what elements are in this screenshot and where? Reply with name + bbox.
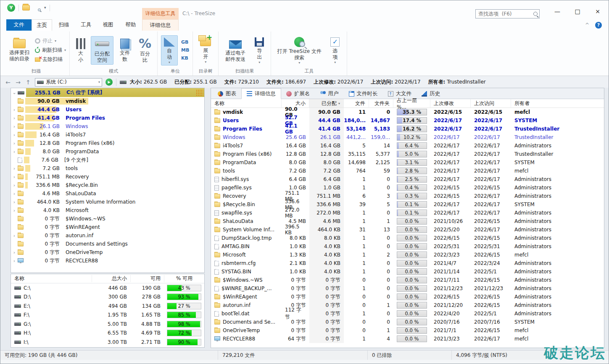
send-email-button[interactable]: 通过电子邮件发送	[222, 37, 249, 64]
expander-icon[interactable]	[11, 149, 18, 155]
details-row[interactable]: ProgramData8.0 GB8.0 GB14,6982,1253.1 %2…	[211, 158, 604, 167]
expander-icon[interactable]	[11, 233, 18, 238]
details-row[interactable]: Users52.7 GB44.4 GB184,0...14,86717.4 %2…	[211, 116, 604, 125]
tree-item[interactable]: 0 字节Documents and Settings	[11, 240, 204, 248]
mode-percent-button[interactable]: % 百分比	[136, 36, 154, 65]
tree-item[interactable]: 44.4 GBUsers	[11, 105, 204, 114]
stop-scan-button[interactable]: 停止▾	[35, 37, 66, 45]
tree-item[interactable]: 0 字节autorun.inf	[11, 231, 204, 240]
details-row[interactable]: Microsoft1.3 KB4.0 KB120.0 %2022/3/23202…	[211, 251, 604, 259]
column-header-free[interactable]: 可用	[130, 275, 164, 282]
expander-icon[interactable]	[11, 166, 18, 171]
tab-help[interactable]: 帮助	[119, 19, 142, 31]
help-button[interactable]: ?	[595, 22, 602, 29]
expander-icon[interactable]	[11, 191, 18, 196]
details-row[interactable]: SYSTAG.BIN1.0 KB4.0 KB100.0 %2021/1/1420…	[211, 267, 604, 276]
details-row[interactable]: vmdisk90.0 GB90.0 GB11035.3 %2022/6/1520…	[211, 108, 604, 116]
collapse-ribbon-icon[interactable]: ^	[585, 22, 589, 28]
details-row[interactable]: Program Files (x86)12.8 GB12.8 GB35,1155…	[211, 150, 604, 158]
tab-details-info[interactable]: 详细信息	[142, 19, 179, 31]
column-header-5[interactable]: 占上一层 %...	[393, 99, 430, 107]
tree-item[interactable]: 336.6 MB$Recycle.Bin	[11, 181, 204, 189]
details-row[interactable]: swapfile.sys272.0 MB272.0 MB100.1 %2022/…	[211, 209, 604, 217]
tab-users[interactable]: 用户	[315, 89, 344, 99]
column-header-total[interactable]: 总大小	[92, 275, 130, 282]
forward-icon[interactable]: →	[15, 79, 21, 86]
details-row[interactable]: i4Tools716.4 GB16.4 GB5146.4 %2022/6/172…	[211, 141, 604, 150]
tree-root-item[interactable]: 255.1 GB C:\ 位于 [系统]	[11, 88, 204, 97]
expander-icon[interactable]	[11, 208, 18, 213]
remove-scan-button[interactable]: 去除扫描	[35, 56, 66, 63]
chevron-down-icon[interactable]: ▾	[98, 80, 100, 84]
tree-item[interactable]: 7.2 GBtools	[11, 164, 204, 173]
tree-item[interactable]: 16.4 GBi4Tools7	[11, 131, 204, 139]
expander-icon[interactable]	[11, 124, 18, 129]
column-header-6[interactable]: 上次修改	[430, 99, 471, 107]
back-icon[interactable]: ←	[5, 79, 11, 86]
column-header-name[interactable]: 名称	[11, 275, 92, 282]
drive-row[interactable]: E:\494 GB134 GB27 %	[11, 301, 204, 311]
tree-item[interactable]: 0 字节RECYCLER88	[11, 257, 204, 265]
tab-extensions[interactable]: 扩展名	[281, 89, 315, 99]
details-row[interactable]: $Recycle.Bin336.6 MB336.6 MB3950.1 %2022…	[211, 200, 604, 209]
up-icon[interactable]: ↑	[25, 79, 32, 86]
details-row[interactable]: $WINRE_BACKUP_...0 字节0 字节100.0 %2021/12/…	[211, 284, 604, 293]
details-row[interactable]: OneDriveTemp0 字节0 字节010.0 %2021/7/12022/…	[211, 326, 604, 335]
drive-row[interactable]: F:\1.95 TB1.65 TB85 %	[11, 311, 204, 320]
details-row[interactable]: RECYCLER8864 字节0 字节140.0 %2021/3/232022/…	[211, 335, 604, 343]
column-header-8[interactable]: 所有者	[511, 99, 567, 107]
details-row[interactable]: System Volume Inf...396.5 KB464.0 KB3113…	[211, 225, 604, 234]
details-row[interactable]: Documents and Se...0 字节0 字节000.0 %2020/7…	[211, 318, 604, 326]
expand-button[interactable]: 展开▾	[196, 36, 215, 65]
tab-tools[interactable]: 工具	[76, 19, 97, 31]
column-header-7[interactable]: 上次访问	[471, 99, 511, 107]
tree-item[interactable]: 12.8 GBProgram Files (x86)	[11, 139, 204, 147]
unit-kb-button[interactable]: KB	[181, 55, 189, 61]
details-row[interactable]: $Windows.~WS0 字节0 字节000.0 %2021/7/112022…	[211, 276, 604, 284]
minimize-button[interactable]: —	[553, 8, 562, 15]
select-directory-button[interactable]: 选择要扫描的目录	[6, 37, 32, 63]
tree-item[interactable]: 0 字节OneDriveTemp	[11, 248, 204, 257]
details-row[interactable]: $WinREAgent0 字节0 字节000.0 %2022/6/152022/…	[211, 293, 604, 301]
search-box[interactable]	[475, 9, 540, 18]
details-row[interactable]: Windows25.6 GB26.1 GB441,2...159,0...10.…	[211, 133, 604, 141]
tab-view[interactable]: 视图	[97, 19, 119, 31]
expander-icon[interactable]	[11, 183, 18, 188]
unit-auto-button[interactable]: 自动▾	[161, 35, 178, 65]
unit-mb-button[interactable]: MB	[181, 47, 189, 53]
details-row[interactable]: pagefile.sys1.0 GB1.0 GB100.4 %2022/6/15…	[211, 183, 604, 192]
expander-icon[interactable]	[11, 250, 18, 255]
details-row[interactable]: tools7.2 GB7.2 GB764592.8 %2022/6/172022…	[211, 167, 604, 175]
tree-item[interactable]: 4.0 KBMicrosoft	[11, 206, 204, 215]
options-button[interactable]: ✓ 选项▾	[327, 35, 343, 65]
column-header-3[interactable]: 文件	[344, 99, 369, 107]
file-search-button[interactable]: 打开 TreeSize 文件搜索▾	[274, 35, 324, 66]
tree-item[interactable]: 41.4 GBProgram Files	[11, 114, 204, 122]
tree-item[interactable]: 4.6 MBShaLouData	[11, 189, 204, 198]
export-button[interactable]: 导出▾	[251, 35, 267, 65]
tree-item[interactable]: 26.1 GBWindows	[11, 122, 204, 131]
mode-size-button[interactable]: 大小	[73, 36, 88, 64]
details-row[interactable]: DumpStack.log.tmp8.0 KB8.0 KB100.0 %2022…	[211, 234, 604, 242]
tab-file[interactable]: 文件	[6, 19, 32, 31]
tree-item[interactable]: 90.0 GBvmdisk	[11, 97, 204, 105]
tab-details[interactable]: 详细信息	[241, 88, 281, 99]
column-header-0[interactable]: 名称	[211, 99, 282, 107]
tab-home[interactable]: 主页	[32, 19, 52, 31]
refresh-scan-button[interactable]: 刷新扫描▾	[35, 47, 66, 54]
column-header-4[interactable]: 文件夹	[369, 99, 393, 107]
details-row[interactable]: Program Files41.1 GB41.4 GB53,1485,18316…	[211, 125, 604, 133]
start-scan-button[interactable]: ▶	[105, 79, 113, 86]
details-row[interactable]: ShaLouData4.5 MB4.6 MB110.0 %2021/10/262…	[211, 217, 604, 225]
maximize-button[interactable]: □	[573, 8, 582, 15]
drive-row[interactable]: G:\5.00 TB4.88 TB98 %	[11, 319, 204, 329]
column-header-free-pct[interactable]: % 可用	[164, 275, 204, 282]
tab-scan[interactable]: 扫描	[52, 19, 76, 31]
tree-item[interactable]: 7.6 GB[9 个文件]	[11, 156, 204, 164]
details-row[interactable]: hiberfil.sys6.4 GB6.4 GB102.5 %2022/6/17…	[211, 175, 604, 183]
drive-row[interactable]: C:\446 GB190 GB43 %	[11, 283, 204, 293]
expander-icon[interactable]	[11, 107, 18, 113]
mode-file-count-button[interactable]: 文件数	[116, 37, 134, 64]
drive-row[interactable]: I:\3.00 TB2.71 TB90 %	[11, 338, 204, 347]
expander-icon[interactable]	[11, 199, 18, 205]
